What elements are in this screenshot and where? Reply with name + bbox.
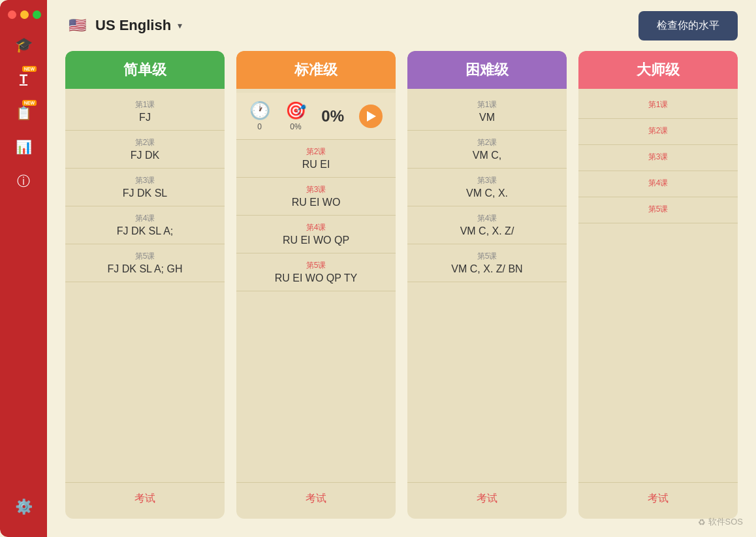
lesson-keys: VM bbox=[479, 112, 495, 123]
sidebar-item-learn[interactable]: 🎓 bbox=[9, 31, 38, 59]
exam-item[interactable]: 考试 bbox=[236, 482, 396, 515]
lesson-number: 第1课 bbox=[135, 99, 155, 110]
list-item[interactable]: 第3课 FJ DK SL bbox=[65, 169, 225, 206]
standard-header: 标准级 bbox=[236, 51, 396, 89]
lesson-number: 第4课 bbox=[648, 178, 669, 189]
check-level-button[interactable]: 检查你的水平 bbox=[638, 11, 738, 41]
lesson-number: 第2课 bbox=[477, 137, 497, 148]
exam-item[interactable]: 考试 bbox=[578, 482, 738, 515]
watermark: ♻ 软件SOS bbox=[698, 516, 743, 528]
list-item[interactable]: 第2课 bbox=[578, 119, 738, 145]
lesson-keys: FJ bbox=[139, 112, 151, 123]
lesson-number: 第5课 bbox=[648, 204, 669, 215]
lesson-number: 第5课 bbox=[135, 251, 155, 262]
list-item[interactable]: 第5课 VM C, X. Z/ BN bbox=[407, 244, 567, 282]
list-item[interactable]: 第2课 VM C, bbox=[407, 131, 567, 169]
easy-column: 简单级 第1课 FJ 第2课 FJ DK 第3课 FJ DK SL 第4课 FJ… bbox=[65, 51, 225, 519]
list-item[interactable]: 第5课 bbox=[578, 197, 738, 223]
list-item[interactable]: 第4课 RU EI WO QP bbox=[236, 216, 396, 253]
speed-value: 0 bbox=[257, 122, 262, 131]
sidebar-item-typing[interactable]: T NEW bbox=[9, 65, 38, 93]
list-item[interactable]: 第2课 FJ DK bbox=[65, 131, 225, 169]
lesson-number: 第5课 bbox=[477, 251, 497, 262]
minimize-button[interactable] bbox=[20, 10, 29, 19]
master-header: 大师级 bbox=[578, 51, 738, 89]
hard-header: 困难级 bbox=[407, 51, 567, 89]
exam-item[interactable]: 考试 bbox=[407, 482, 567, 515]
lesson-number: 第4课 bbox=[135, 213, 155, 224]
language-selector[interactable]: 🇺🇸 US English ▾ bbox=[65, 14, 182, 37]
lesson-keys: RU EI bbox=[302, 159, 330, 171]
sidebar: 🎓 T NEW 📋 NEW 📊 ⓘ ⚙️ bbox=[0, 0, 47, 537]
exam-item[interactable]: 考试 bbox=[65, 482, 225, 515]
lesson-keys: VM C, bbox=[473, 150, 501, 161]
close-button[interactable] bbox=[8, 10, 16, 19]
header: 🇺🇸 US English ▾ 检查你的水平 bbox=[47, 0, 756, 51]
hard-body: 第1课 VM 第2课 VM C, 第3课 VM C, X. 第4课 VM C, … bbox=[407, 89, 567, 519]
list-item[interactable]: 第4课 VM C, X. Z/ bbox=[407, 206, 567, 244]
lesson-number: 第1课 bbox=[648, 99, 669, 110]
flag-icon: 🇺🇸 bbox=[65, 14, 89, 37]
new-badge: NEW bbox=[22, 66, 37, 72]
lesson-keys: RU EI WO bbox=[292, 197, 341, 208]
lesson-number: 第2课 bbox=[306, 146, 326, 157]
new-badge-2: NEW bbox=[22, 100, 37, 106]
main-content: 🇺🇸 US English ▾ 检查你的水平 简单级 第1课 FJ 第2课 FJ… bbox=[47, 0, 756, 537]
list-item[interactable]: 第3课 VM C, X. bbox=[407, 169, 567, 206]
target-icon: 🎯 bbox=[285, 101, 306, 121]
standard-body: 🕐 0 🎯 0% 0% 第2课 RU EI bbox=[236, 89, 396, 519]
progress-row: 🕐 0 🎯 0% 0% bbox=[236, 93, 396, 140]
standard-column: 标准级 🕐 0 🎯 0% 0% bbox=[236, 51, 396, 519]
lesson-number: 第3课 bbox=[306, 184, 326, 195]
lesson-number: 第5课 bbox=[306, 260, 326, 271]
sidebar-item-stats[interactable]: 📊 bbox=[9, 133, 38, 161]
accuracy-value: 0% bbox=[290, 122, 301, 131]
speed-gauge: 🕐 0 bbox=[249, 101, 270, 131]
easy-header: 简单级 bbox=[65, 51, 225, 89]
list-item[interactable]: 第1课 FJ bbox=[65, 93, 225, 131]
lesson-keys: FJ DK bbox=[131, 150, 159, 161]
lesson-number: 第2课 bbox=[135, 137, 155, 148]
sidebar-item-document[interactable]: 📋 NEW bbox=[9, 99, 38, 127]
lesson-number: 第3课 bbox=[135, 175, 155, 186]
columns-area: 简单级 第1课 FJ 第2课 FJ DK 第3课 FJ DK SL 第4课 FJ… bbox=[47, 51, 756, 537]
settings-icon[interactable]: ⚙️ bbox=[9, 493, 38, 521]
hard-column: 困难级 第1课 VM 第2课 VM C, 第3课 VM C, X. 第4课 VM… bbox=[407, 51, 567, 519]
easy-body: 第1课 FJ 第2课 FJ DK 第3课 FJ DK SL 第4课 FJ DK … bbox=[65, 89, 225, 519]
list-item[interactable]: 第5课 RU EI WO QP TY bbox=[236, 253, 396, 291]
language-label: US English bbox=[95, 17, 171, 34]
play-button[interactable] bbox=[359, 105, 383, 128]
list-item[interactable]: 第3课 bbox=[578, 145, 738, 171]
window-controls bbox=[0, 10, 41, 19]
master-column: 大师级 第1课 第2课 第3课 第4课 bbox=[578, 51, 738, 519]
chevron-down-icon: ▾ bbox=[178, 20, 182, 31]
lesson-keys: VM C, X. bbox=[466, 187, 508, 199]
list-item[interactable]: 第5课 FJ DK SL A; GH bbox=[65, 244, 225, 282]
exam-label: 考试 bbox=[648, 493, 669, 504]
lesson-keys: FJ DK SL A; bbox=[117, 225, 174, 237]
lesson-number: 第3课 bbox=[477, 175, 497, 186]
lesson-number: 第1课 bbox=[477, 99, 497, 110]
exam-label: 考试 bbox=[477, 493, 497, 504]
speedometer-icon: 🕐 bbox=[249, 101, 270, 121]
list-item[interactable]: 第1课 bbox=[578, 93, 738, 119]
list-item[interactable]: 第4课 bbox=[578, 171, 738, 197]
lesson-keys: RU EI WO QP bbox=[283, 235, 349, 246]
master-body: 第1课 第2课 第3课 第4课 第5课 bbox=[578, 89, 738, 519]
maximize-button[interactable] bbox=[33, 10, 41, 19]
lesson-keys: FJ DK SL bbox=[123, 187, 167, 199]
lesson-keys: VM C, X. Z/ BN bbox=[451, 263, 522, 275]
lesson-number: 第4课 bbox=[477, 213, 497, 224]
list-item[interactable]: 第3课 RU EI WO bbox=[236, 178, 396, 216]
play-icon bbox=[367, 111, 376, 122]
list-item[interactable]: 第1课 VM bbox=[407, 93, 567, 131]
lesson-number: 第3课 bbox=[648, 152, 669, 163]
list-item[interactable]: 第2课 RU EI bbox=[236, 140, 396, 178]
exam-label: 考试 bbox=[134, 493, 155, 504]
progress-percent: 0% bbox=[321, 107, 344, 125]
lesson-number: 第2课 bbox=[648, 125, 669, 137]
list-item[interactable]: 第4课 FJ DK SL A; bbox=[65, 206, 225, 244]
exam-label: 考试 bbox=[306, 493, 326, 504]
accuracy-gauge: 🎯 0% bbox=[285, 101, 306, 131]
sidebar-item-info[interactable]: ⓘ bbox=[9, 167, 38, 195]
